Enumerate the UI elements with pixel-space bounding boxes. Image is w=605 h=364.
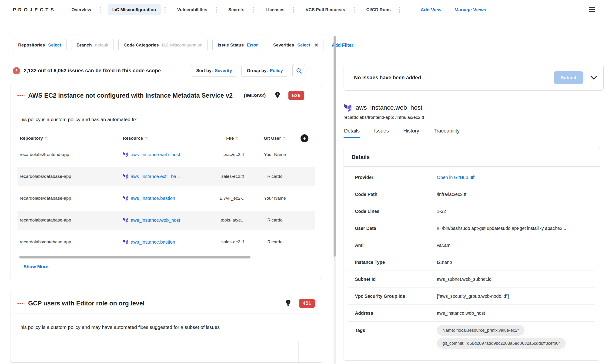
resource-link[interactable]: aws_instance.bastion: [131, 239, 175, 245]
detail-row-subnet-id: Subnet Id aws_subnet.web_subnet.id: [349, 271, 595, 288]
open-in-github-link[interactable]: Open in GitHub: [437, 175, 593, 180]
kebab-menu-icon[interactable]: [163, 6, 167, 13]
tag-chip: Name: "local.resource_prefix.value-ec2": [437, 325, 524, 336]
resource-path: recardolabs/frontend-app: /infra/iac/ec2…: [344, 115, 605, 120]
nav-item-secrets[interactable]: Secrets: [224, 4, 249, 15]
horizontal-scrollbar[interactable]: [19, 256, 251, 259]
filter-chip-code-categories[interactable]: Code Categories IaC Misconfiguration: [118, 39, 208, 51]
no-issues-message: No issues have been added: [354, 75, 421, 81]
detail-row-code-path: Code Path /infra/iac/ec2.tf: [349, 186, 595, 203]
detail-row-ami: Ami var.ami: [349, 237, 595, 254]
terraform-icon: [123, 217, 128, 223]
policy-card: AWS EC2 instance not configured with Ins…: [10, 85, 322, 280]
kebab-menu-icon[interactable]: [99, 6, 102, 13]
issue-count-badge: 451: [299, 299, 315, 308]
filter-value[interactable]: Select: [297, 42, 310, 48]
group-by-dropdown[interactable]: Group by: Policy: [242, 65, 288, 77]
sort-icon[interactable]: ⇅: [236, 136, 239, 141]
chevron-down-icon[interactable]: [590, 76, 597, 80]
column-divider: [230, 341, 230, 363]
table-row[interactable]: recardolabs/database-app aws_instance.ex…: [17, 167, 315, 186]
filter-chip-severities[interactable]: Severities Select ✕: [268, 39, 324, 51]
external-link-icon: [470, 175, 475, 180]
nav-item-licenses[interactable]: Licenses: [261, 4, 289, 15]
filter-chip-branch[interactable]: Branch default: [71, 39, 114, 51]
policy-card-header: AWS EC2 instance not configured with Ins…: [11, 85, 322, 106]
table-header-row: Repository⇅ Resource⇅ File⇅ Git User⇅ +: [17, 131, 315, 145]
filter-value[interactable]: Error: [247, 42, 258, 48]
nav-item-vulnerabilities[interactable]: Vulnerabilities: [173, 4, 212, 15]
policy-card: GCP users with Editor role on org level …: [10, 293, 322, 363]
add-view-link[interactable]: Add View: [420, 7, 442, 13]
resource-link[interactable]: aws_instance.web_host: [131, 218, 180, 223]
sort-icon[interactable]: ⇅: [283, 136, 286, 141]
tab-issues[interactable]: Issues: [374, 128, 389, 138]
add-column-button[interactable]: +: [300, 134, 309, 142]
policy-title: GCP users with Editor role on org level: [28, 299, 145, 308]
terraform-icon: [344, 103, 352, 112]
table-row[interactable]: recardolabs/frontend-app aws_instance.we…: [17, 145, 315, 164]
tab-traceability[interactable]: Traceability: [433, 128, 460, 138]
kebab-menu-icon[interactable]: [252, 6, 255, 13]
issues-table: Repository⇅ Resource⇅ File⇅ Git User⇅ + …: [17, 131, 315, 251]
table-row[interactable]: recardolabs/database-app aws_instance.ba…: [17, 189, 315, 208]
nav-item-cicd-runs[interactable]: CI/CD Runs: [362, 4, 395, 15]
policy-description: This policy is a custom policy and has a…: [11, 106, 322, 131]
table-row[interactable]: recardolabs/database-app aws_instance.ba…: [17, 233, 315, 251]
top-nav: PROJECTS Overview IaC Misconfiguration V…: [0, 0, 605, 34]
filter-value[interactable]: IaC Misconfiguration: [162, 42, 202, 48]
kebab-menu-icon[interactable]: [353, 6, 356, 13]
sort-icon[interactable]: ⇅: [45, 136, 48, 141]
show-more-link[interactable]: Show More: [24, 264, 48, 269]
policy-card-header: GCP users with Editor role on org level …: [11, 293, 322, 314]
column-divider: [298, 341, 299, 363]
terraform-icon: [123, 174, 128, 179]
filter-chip-repositories[interactable]: Repositories Select: [13, 39, 67, 51]
search-button[interactable]: [292, 64, 305, 77]
search-icon: [296, 68, 302, 74]
filter-value[interactable]: Select: [48, 42, 61, 48]
nav-item-overview[interactable]: Overview: [67, 4, 96, 15]
column-header-resource: Resource: [123, 136, 143, 141]
nav-item-iac-misconfiguration[interactable]: IaC Misconfiguration: [108, 4, 161, 15]
severity-high-icon: [17, 95, 25, 96]
kebab-menu-icon[interactable]: [215, 6, 218, 13]
manage-views-link[interactable]: Manage Views: [455, 7, 486, 13]
kebab-menu-icon[interactable]: [398, 6, 401, 13]
lightbulb-icon[interactable]: [285, 299, 291, 307]
column-header-git-user: Git User: [264, 136, 281, 141]
details-card: Details Provider Open in GitHub Co: [344, 147, 600, 361]
policy-title: AWS EC2 instance not configured with Ins…: [28, 91, 233, 100]
lightbulb-icon[interactable]: [274, 91, 281, 100]
resource-name: aws_instance.web_host: [356, 104, 422, 111]
kebab-menu-icon[interactable]: [292, 6, 295, 13]
tab-details[interactable]: Details: [344, 128, 360, 138]
detail-panel: No issues have been added Submit aws_ins…: [344, 56, 605, 364]
policy-title-suffix: (IMDSv2): [244, 92, 266, 99]
sort-icon[interactable]: ⇅: [145, 136, 148, 141]
policy-description: This policy is a custom policy and may h…: [11, 314, 322, 339]
detail-row-address: Address aws_instance.web_host: [349, 305, 595, 322]
submit-bar: No issues have been added Submit: [344, 65, 604, 91]
resource-link[interactable]: aws_instance.web_host: [131, 152, 180, 157]
tab-history[interactable]: History: [403, 128, 420, 138]
fixable-issues-summary: 2,132 out of 6,052 issues can be fixed i…: [24, 68, 161, 74]
resource-link[interactable]: aws_instance.exfil_ba...: [131, 174, 180, 179]
filter-value[interactable]: default: [95, 42, 108, 48]
sort-by-dropdown[interactable]: Sort by: Severity: [191, 65, 238, 77]
table-row[interactable]: recardolabs/database-app aws_instance.we…: [17, 211, 315, 230]
submit-button[interactable]: Submit: [554, 71, 583, 84]
column-divider: [127, 341, 127, 363]
detail-row-instance-type: Instance Type t2.nano: [349, 254, 595, 271]
detail-row-provider: Provider Open in GitHub: [349, 169, 595, 186]
tag-chip: git_commit: "d68d2897add9bc2203a5ed0632a…: [437, 338, 566, 349]
remove-filter-icon[interactable]: ✕: [314, 42, 318, 48]
terraform-icon: [123, 195, 128, 201]
detail-tabs: Details Issues History Traceability: [344, 128, 605, 138]
hamburger-menu-icon[interactable]: [587, 6, 597, 14]
issues-list-panel: ! 2,132 out of 6,052 issues can be fixed…: [0, 56, 334, 364]
nav-item-vcs-pull-requests[interactable]: VCS Pull Requests: [301, 4, 350, 15]
app-logo: PROJECTS: [13, 7, 56, 13]
resource-link[interactable]: aws_instance.bastion: [131, 196, 175, 201]
filter-chip-issue-status[interactable]: Issue Status Error: [212, 39, 263, 51]
